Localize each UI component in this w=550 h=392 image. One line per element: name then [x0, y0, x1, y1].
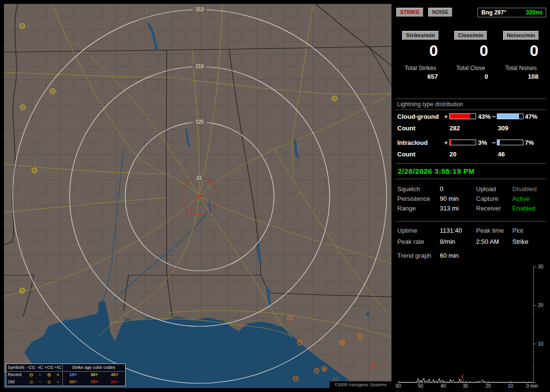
peak-rate-value: 8/min	[440, 238, 455, 245]
svg-text:30: 30	[463, 383, 468, 388]
squelch-value: 0	[440, 185, 443, 193]
pos-cg-symbol-old-icon: ⊕	[44, 378, 54, 386]
age-30: 30+	[84, 371, 105, 378]
plus-sign: +	[444, 139, 448, 146]
cloud-ground-label: Cloud-ground	[397, 113, 439, 120]
intracloud-row: Intracloud + 3% − 7%	[397, 139, 546, 147]
ic-negative-pct: 7%	[525, 139, 534, 146]
neg-cg-symbol-old-icon: ⊖	[27, 378, 36, 386]
strikes-per-min-button[interactable]: Strikes/min	[402, 31, 438, 40]
intracloud-label: Intracloud	[397, 139, 428, 146]
age-60: 60+	[62, 378, 84, 386]
strikes-column: Strikes/min 0 Total Strikes 657	[395, 31, 446, 80]
intracloud-count-row: Count 20 46	[397, 151, 546, 158]
cg-positive-pct: 43%	[478, 113, 491, 120]
total-close-label: Total Close	[456, 65, 485, 71]
current-datetime: 2/28/2026 3:55:19 PM	[398, 167, 475, 175]
indicator-row: STRIKE NOISE Bng 297° 320mi	[396, 8, 546, 18]
svg-text:20: 20	[485, 383, 491, 388]
peak-time-value: 2:50 AM	[476, 238, 499, 245]
neg-ic-symbol-icon: −	[36, 371, 44, 378]
divider	[395, 179, 546, 179]
minus-sign: −	[492, 139, 496, 146]
ic-positive-bar	[449, 140, 476, 145]
divider	[395, 163, 546, 164]
trend-x-labels: 60 50 40 30 20 10 0 min	[395, 383, 538, 388]
legend-col-neg-ic: -IC	[36, 364, 44, 372]
svg-text:60: 60	[395, 383, 401, 388]
map-legend: Symbols -CG -IC +CG +IC Strike age color…	[6, 364, 126, 386]
lightning-map[interactable]: 313 219 125 31	[4, 4, 391, 388]
count-label: Count	[397, 151, 416, 158]
pos-ic-symbol-icon: +	[54, 371, 62, 378]
bearing-value: Bng 297°	[481, 9, 506, 16]
total-close-value: 0	[485, 73, 496, 80]
svg-text:20: 20	[538, 303, 544, 308]
svg-text:10: 10	[538, 341, 544, 347]
legend-col-pos-ic: +IC	[54, 364, 62, 372]
receiver-label: Receiver	[476, 205, 501, 212]
total-noises-label: Total Noises	[505, 65, 536, 71]
svg-text:0 min: 0 min	[526, 383, 538, 388]
close-per-min-value: 0	[479, 42, 496, 59]
capture-label: Capture	[476, 195, 498, 202]
uptime-value: 1131:40	[440, 227, 462, 234]
cg-positive-count: 282	[449, 125, 460, 132]
distribution-title: Lightning type distribution	[397, 101, 463, 108]
svg-text:50: 50	[418, 383, 423, 388]
cg-positive-bar	[449, 113, 476, 119]
divider	[395, 98, 546, 99]
noises-per-min-value: 0	[530, 42, 546, 59]
legend-symbols-header: Symbols	[6, 364, 27, 372]
noises-per-min-button[interactable]: Noises/min	[503, 31, 539, 40]
trend-close-trace	[461, 375, 463, 382]
trend-graph-label: Trend graph	[397, 252, 431, 259]
upload-label: Upload	[476, 185, 496, 193]
age-75: 75+	[84, 378, 105, 386]
ic-negative-bar	[497, 140, 523, 145]
ic-positive-pct: 3%	[478, 139, 487, 146]
peak-time-label: Peak time	[476, 227, 504, 234]
age-45: 45+	[105, 371, 124, 378]
strikes-per-min-value: 0	[429, 42, 446, 59]
close-column: Close/min 0 Total Close 0	[446, 31, 496, 80]
bearing-range-value: 320mi	[526, 9, 542, 16]
svg-text:313: 313	[196, 7, 204, 12]
count-label: Count	[397, 125, 416, 132]
legend-col-neg-cg: -CG	[27, 364, 36, 372]
svg-text:30: 30	[538, 264, 544, 269]
noises-column: Noises/min 0 Total Noises 108	[496, 31, 546, 80]
cg-negative-count: 309	[498, 125, 508, 132]
minus-sign: −	[492, 113, 496, 120]
trend-graph: 30 20 10 60 50 40 30 20 10 0 min	[395, 260, 546, 388]
trend-window-value: 60 min	[440, 252, 459, 259]
legend-row-recent: Recent	[6, 371, 27, 378]
cg-negative-pct: 47%	[525, 113, 537, 120]
svg-text:219: 219	[196, 64, 204, 69]
trend-y-labels: 30 20 10	[538, 264, 544, 347]
noise-indicator-button[interactable]: NOISE	[428, 8, 452, 17]
neg-cg-symbol-icon: ⊖	[27, 371, 36, 378]
legend-age-header: Strike age color codes	[62, 364, 124, 372]
cg-negative-bar	[497, 113, 523, 119]
divider	[395, 110, 546, 110]
map-area[interactable]: 313 219 125 31 Symbols	[4, 4, 391, 388]
copyright-notice: ©2005 Astrogenic Systems	[330, 381, 391, 388]
strike-indicator-button[interactable]: STRIKE	[396, 8, 423, 17]
age-15: 15+	[62, 371, 84, 378]
upload-value: Disabled	[512, 185, 537, 193]
cloud-ground-count-row: Count 282 309	[397, 125, 546, 132]
close-per-min-button[interactable]: Close/min	[454, 31, 488, 40]
pos-ic-symbol-old-icon: +	[54, 378, 62, 386]
divider	[395, 221, 546, 222]
pos-cg-symbol-icon: ⊕	[44, 371, 54, 378]
range-value: 313 mi	[440, 205, 459, 212]
plot-value: Strike	[512, 238, 528, 245]
peak-rate-label: Peak rate	[397, 238, 424, 245]
ic-positive-count: 20	[449, 151, 456, 158]
plot-label: Plot	[512, 227, 523, 234]
persistence-label: Persistence	[397, 195, 430, 202]
rate-columns: Strikes/min 0 Total Strikes 657 Close/mi…	[395, 31, 546, 80]
neg-ic-symbol-old-icon: −	[36, 378, 44, 386]
svg-text:40: 40	[440, 383, 446, 388]
